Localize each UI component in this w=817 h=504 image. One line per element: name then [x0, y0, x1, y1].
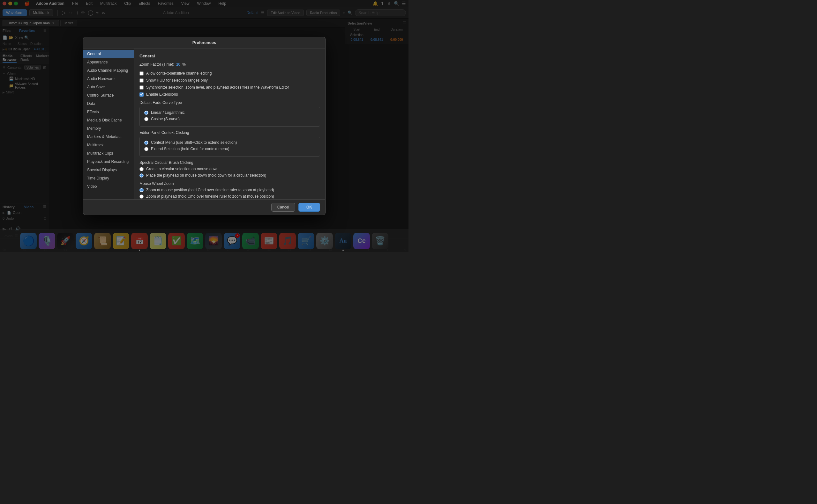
pref-item-audio-channel-mapping[interactable]: Audio Channel Mapping [83, 66, 134, 75]
enable-ext-checkbox[interactable] [139, 92, 143, 97]
radio-zoom-ph[interactable]: Zoom at playhead (hold Cmd over timeline… [139, 194, 320, 199]
radio-create-sel[interactable]: Create a circular selection on mouse dow… [139, 167, 320, 171]
preferences-content: General Zoom Factor (Time): 10 % Allow c… [134, 48, 325, 199]
create-sel-radio[interactable] [139, 167, 143, 171]
pref-item-multitrack[interactable]: Multitrack [83, 141, 134, 149]
pref-item-data[interactable]: Data [83, 99, 134, 108]
linear-label: Linear / Logarithmic [151, 110, 184, 115]
zoom-factor-value: 10 [176, 62, 180, 67]
place-ph-radio[interactable] [139, 173, 143, 178]
hud-checkbox[interactable] [139, 78, 143, 83]
ctx-edit-label: Allow context-sensitive channel editing [146, 71, 212, 76]
checkbox-hud[interactable]: Show HUD for selection ranges only [139, 78, 320, 83]
cancel-button[interactable]: Cancel [271, 203, 295, 212]
pref-item-markers-metadata[interactable]: Markers & Metadata [83, 133, 134, 141]
checkbox-enable-ext[interactable]: Enable Extensions [139, 92, 320, 97]
radio-zoom-mouse[interactable]: Zoom at mouse position (hold Cmd over ti… [139, 188, 320, 192]
pref-item-appearance[interactable]: Appearance [83, 58, 134, 66]
zoom-factor-row: Zoom Factor (Time): 10 % [139, 62, 320, 67]
zoom-ph-label: Zoom at playhead (hold Cmd over timeline… [146, 194, 274, 199]
radio-cosine[interactable]: Cosine (S-curve) [144, 117, 315, 121]
preferences-sidebar: General Appearance Audio Channel Mapping… [83, 48, 134, 199]
cosine-radio[interactable] [144, 117, 148, 121]
radio-linear[interactable]: Linear / Logarithmic [144, 110, 315, 115]
ctx-menu-radio[interactable] [144, 141, 148, 145]
sync-sel-label: Synchronize selection, zoom level, and p… [146, 85, 289, 90]
fade-curve-box: Linear / Logarithmic Cosine (S-curve) [139, 107, 320, 127]
place-ph-label: Place the playhead on mouse down (hold d… [146, 173, 266, 178]
pref-item-effects[interactable]: Effects [83, 108, 134, 116]
editor-panel-subheading: Editor Panel Context Clicking [139, 130, 320, 135]
radio-place-ph[interactable]: Place the playhead on mouse down (hold d… [139, 173, 320, 178]
enable-ext-label: Enable Extensions [146, 92, 178, 97]
spectral-brush-subheading: Spectral Circular Brush Clicking [139, 160, 320, 165]
pref-item-memory[interactable]: Memory [83, 124, 134, 133]
extend-sel-radio[interactable] [144, 147, 148, 151]
pref-section-title: General [139, 54, 320, 58]
pref-item-multitrack-clips[interactable]: Multitrack Clips [83, 149, 134, 157]
zoom-factor-label: Zoom Factor (Time): [139, 62, 174, 67]
ctx-edit-checkbox[interactable] [139, 71, 143, 76]
zoom-mouse-radio[interactable] [139, 188, 143, 192]
dialog-title: Preferences [83, 37, 325, 48]
dialog-body: General Appearance Audio Channel Mapping… [83, 48, 325, 199]
radio-ctx-menu[interactable]: Context Menu (use Shift+Click to extend … [144, 140, 315, 145]
cosine-label: Cosine (S-curve) [151, 117, 180, 121]
extend-sel-label: Extend Selection (hold Cmd for context m… [151, 147, 229, 151]
hud-label: Show HUD for selection ranges only [146, 78, 208, 83]
radio-extend-sel[interactable]: Extend Selection (hold Cmd for context m… [144, 147, 315, 151]
pref-item-audio-hardware[interactable]: Audio Hardware [83, 75, 134, 83]
pref-item-general[interactable]: General [83, 50, 134, 58]
zoom-factor-unit: % [182, 62, 186, 67]
sync-sel-checkbox[interactable] [139, 85, 143, 90]
checkbox-sync-sel[interactable]: Synchronize selection, zoom level, and p… [139, 85, 320, 90]
zoom-mouse-label: Zoom at mouse position (hold Cmd over ti… [146, 188, 274, 192]
pref-item-auto-save[interactable]: Auto Save [83, 83, 134, 91]
create-sel-label: Create a circular selection on mouse dow… [146, 167, 219, 171]
pref-item-video[interactable]: Video [83, 182, 134, 191]
fade-curve-subheading: Default Fade Curve Type [139, 100, 320, 105]
pref-item-time-display[interactable]: Time Display [83, 174, 134, 182]
pref-item-media-disk-cache[interactable]: Media & Disk Cache [83, 116, 134, 124]
pref-item-spectral-displays[interactable]: Spectral Displays [83, 166, 134, 174]
editor-panel-box: Context Menu (use Shift+Click to extend … [139, 137, 320, 157]
linear-radio[interactable] [144, 111, 148, 115]
dialog-footer: Cancel OK [83, 199, 325, 215]
ok-button[interactable]: OK [298, 203, 320, 212]
preferences-dialog: Preferences General Appearance Audio Cha… [83, 37, 326, 215]
pref-item-playback-recording[interactable]: Playback and Recording [83, 157, 134, 166]
checkbox-ctx-edit[interactable]: Allow context-sensitive channel editing [139, 71, 320, 76]
ctx-menu-label: Context Menu (use Shift+Click to extend … [151, 140, 237, 145]
zoom-ph-radio[interactable] [139, 194, 143, 199]
mouse-wheel-subheading: Mouse Wheel Zoom [139, 181, 320, 186]
modal-overlay: Preferences General Appearance Audio Cha… [0, 0, 408, 252]
pref-item-control-surface[interactable]: Control Surface [83, 91, 134, 99]
